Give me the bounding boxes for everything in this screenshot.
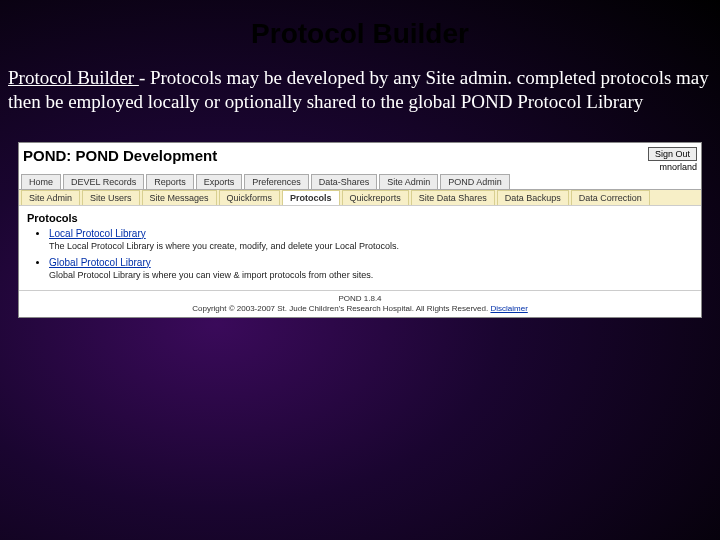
slide-description: Protocol Builder - Protocols may be deve…	[0, 56, 720, 114]
app-user-block: Sign Out mnorland	[648, 147, 697, 172]
slide-lead-underline: Protocol Builder	[8, 67, 139, 88]
tab-data-shares[interactable]: Data-Shares	[311, 174, 378, 189]
app-footer: POND 1.8.4 Copyright © 2003-2007 St. Jud…	[19, 290, 701, 317]
subtab-data-backups[interactable]: Data Backups	[497, 190, 569, 205]
list-item: Local Protocol Library The Local Protoco…	[49, 228, 693, 251]
subtab-site-users[interactable]: Site Users	[82, 190, 140, 205]
section-heading-protocols: Protocols	[27, 212, 693, 224]
library-list: Local Protocol Library The Local Protoco…	[27, 228, 693, 280]
global-protocol-library-desc: Global Protocol Library is where you can…	[49, 270, 693, 280]
subtab-quickforms[interactable]: Quickforms	[219, 190, 281, 205]
footer-disclaimer-link[interactable]: Disclaimer	[490, 304, 527, 313]
username-label: mnorland	[659, 162, 697, 172]
footer-version: POND 1.8.4	[19, 294, 701, 303]
app-header: POND: POND Development Sign Out mnorland	[19, 143, 701, 174]
embedded-screenshot: POND: POND Development Sign Out mnorland…	[18, 142, 702, 318]
tab-preferences[interactable]: Preferences	[244, 174, 309, 189]
secondary-tabs: Site Admin Site Users Site Messages Quic…	[19, 190, 701, 206]
tab-exports[interactable]: Exports	[196, 174, 243, 189]
tab-reports[interactable]: Reports	[146, 174, 194, 189]
primary-tabs: Home DEVEL Records Reports Exports Prefe…	[19, 174, 701, 190]
footer-copyright: Copyright © 2003-2007 St. Jude Children'…	[192, 304, 490, 313]
content-area: Protocols Local Protocol Library The Loc…	[19, 206, 701, 290]
tab-devel-records[interactable]: DEVEL Records	[63, 174, 144, 189]
global-protocol-library-link[interactable]: Global Protocol Library	[49, 257, 151, 268]
app-title: POND: POND Development	[23, 147, 217, 164]
subtab-site-messages[interactable]: Site Messages	[142, 190, 217, 205]
subtab-site-admin[interactable]: Site Admin	[21, 190, 80, 205]
subtab-quickreports[interactable]: Quickreports	[342, 190, 409, 205]
local-protocol-library-link[interactable]: Local Protocol Library	[49, 228, 146, 239]
subtab-data-correction[interactable]: Data Correction	[571, 190, 650, 205]
slide-title: Protocol Builder	[0, 0, 720, 56]
tab-site-admin[interactable]: Site Admin	[379, 174, 438, 189]
tab-home[interactable]: Home	[21, 174, 61, 189]
list-item: Global Protocol Library Global Protocol …	[49, 257, 693, 280]
tab-pond-admin[interactable]: POND Admin	[440, 174, 510, 189]
sign-out-button[interactable]: Sign Out	[648, 147, 697, 161]
subtab-protocols[interactable]: Protocols	[282, 190, 340, 205]
local-protocol-library-desc: The Local Protocol Library is where you …	[49, 241, 693, 251]
subtab-site-data-shares[interactable]: Site Data Shares	[411, 190, 495, 205]
